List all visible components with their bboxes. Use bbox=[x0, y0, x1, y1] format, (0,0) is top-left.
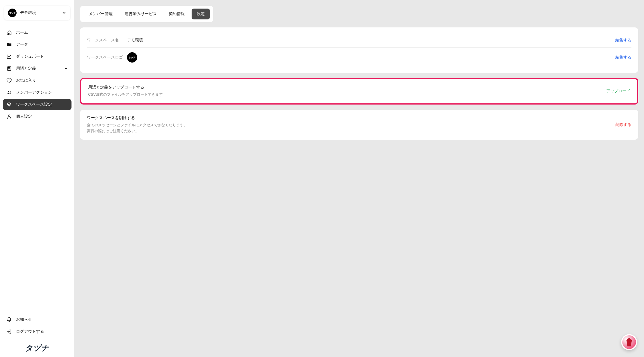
chart-icon bbox=[6, 54, 12, 59]
home-icon bbox=[6, 30, 12, 35]
sidebar-nav: ホーム データ ダッシュボード 用語と定義 bbox=[0, 25, 74, 312]
sidebar-item-personal-settings[interactable]: 個人設定 bbox=[3, 111, 71, 122]
workspace-logo-image: タヅナ bbox=[127, 52, 137, 63]
workspace-info-card: ワークスペース名 デモ環境 編集する ワークスペースロゴ タヅナ 編集する bbox=[80, 27, 638, 73]
workspace-selector[interactable]: タヅナ デモ環境 bbox=[4, 6, 70, 20]
svg-point-1 bbox=[8, 91, 9, 93]
support-button[interactable] bbox=[621, 334, 637, 350]
sidebar-item-label: データ bbox=[16, 42, 28, 47]
sidebar-item-label: お知らせ bbox=[16, 317, 32, 322]
logout-icon bbox=[6, 329, 12, 334]
section-desc: 全てのメッセージとファイルにアクセスできなくなります。 実行の際にはご注意くださ… bbox=[87, 122, 615, 134]
delete-button[interactable]: 削除する bbox=[615, 122, 631, 127]
workspace-logo-icon: タヅナ bbox=[8, 9, 17, 17]
svg-point-4 bbox=[8, 115, 10, 117]
main-content: メンバー管理 連携済みサービス 契約情報 設定 ワークスペース名 デモ環境 編集… bbox=[74, 0, 644, 357]
sidebar-item-label: お気に入り bbox=[16, 78, 36, 83]
chevron-down-icon bbox=[64, 67, 68, 71]
workspace-name: デモ環境 bbox=[20, 10, 58, 15]
svg-point-3 bbox=[9, 104, 10, 105]
sidebar-item-label: ワークスペース設定 bbox=[16, 102, 52, 107]
section-title: 用語と定義をアップロードする bbox=[88, 85, 606, 90]
book-icon bbox=[6, 66, 12, 71]
person-icon bbox=[6, 114, 12, 119]
workspace-logo-row: ワークスペースロゴ タヅナ 編集する bbox=[87, 47, 631, 67]
sidebar-bottom: お知らせ ログアウトする bbox=[0, 312, 74, 340]
users-icon bbox=[6, 90, 12, 95]
row-label: ワークスペース名 bbox=[87, 38, 127, 43]
sidebar-item-label: ログアウトする bbox=[16, 329, 44, 334]
tab-linked-services[interactable]: 連携済みサービス bbox=[120, 9, 162, 19]
sidebar-item-label: 個人設定 bbox=[16, 114, 32, 119]
gear-icon bbox=[6, 102, 12, 107]
sidebar-item-label: メンバーアクション bbox=[16, 90, 52, 95]
upload-button[interactable]: アップロード bbox=[606, 89, 630, 94]
tab-settings[interactable]: 設定 bbox=[192, 9, 210, 19]
edit-workspace-name-button[interactable]: 編集する bbox=[615, 38, 631, 43]
sidebar-item-workspace-settings[interactable]: ワークスペース設定 bbox=[3, 99, 71, 110]
tab-member-management[interactable]: メンバー管理 bbox=[84, 9, 118, 19]
section-title: ワークスペースを削除する bbox=[87, 115, 615, 121]
sidebar-item-dashboard[interactable]: ダッシュボード bbox=[3, 51, 71, 62]
sidebar-item-label: ホーム bbox=[16, 30, 28, 35]
sidebar-item-logout[interactable]: ログアウトする bbox=[3, 326, 71, 337]
chevron-down-icon bbox=[62, 11, 66, 15]
row-value: タヅナ bbox=[127, 52, 615, 63]
support-avatar-icon bbox=[622, 335, 636, 349]
brand-logo: タヅナ bbox=[0, 340, 74, 353]
sidebar-item-member-action[interactable]: メンバーアクション bbox=[3, 87, 71, 98]
sidebar: タヅナ デモ環境 ホーム データ ダッシュボード bbox=[0, 0, 74, 357]
sidebar-item-label: 用語と定義 bbox=[16, 66, 36, 71]
sidebar-item-data[interactable]: データ bbox=[3, 39, 71, 50]
row-label: ワークスペースロゴ bbox=[87, 55, 127, 60]
tab-contract-info[interactable]: 契約情報 bbox=[164, 9, 190, 19]
folder-icon bbox=[6, 42, 12, 47]
tabs: メンバー管理 連携済みサービス 契約情報 設定 bbox=[80, 6, 213, 22]
card-content: ワークスペースを削除する 全てのメッセージとファイルにアクセスできなくなります。… bbox=[87, 115, 615, 134]
sidebar-item-terms[interactable]: 用語と定義 bbox=[3, 63, 71, 74]
section-desc: CSV形式のファイルをアップロードできます bbox=[88, 92, 606, 98]
sidebar-item-notifications[interactable]: お知らせ bbox=[3, 314, 71, 325]
sidebar-item-label: ダッシュボード bbox=[16, 54, 44, 59]
heart-icon bbox=[6, 78, 12, 83]
sidebar-item-home[interactable]: ホーム bbox=[3, 27, 71, 38]
bell-icon bbox=[6, 317, 12, 322]
upload-terms-card: 用語と定義をアップロードする CSV形式のファイルをアップロードできます アップ… bbox=[80, 78, 638, 105]
delete-workspace-card: ワークスペースを削除する 全てのメッセージとファイルにアクセスできなくなります。… bbox=[80, 110, 638, 140]
sidebar-item-favorites[interactable]: お気に入り bbox=[3, 75, 71, 86]
svg-point-2 bbox=[10, 91, 11, 93]
card-content: 用語と定義をアップロードする CSV形式のファイルをアップロードできます bbox=[88, 85, 606, 98]
row-value: デモ環境 bbox=[127, 38, 615, 43]
workspace-name-row: ワークスペース名 デモ環境 編集する bbox=[87, 33, 631, 47]
edit-workspace-logo-button[interactable]: 編集する bbox=[615, 55, 631, 60]
